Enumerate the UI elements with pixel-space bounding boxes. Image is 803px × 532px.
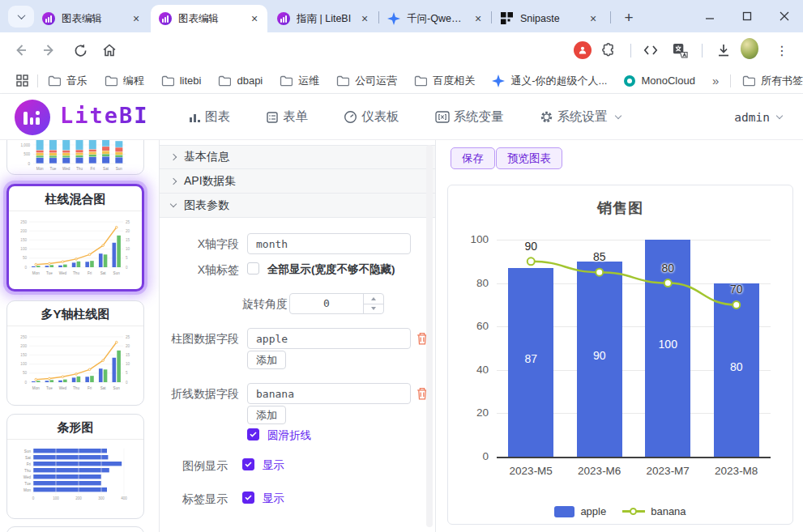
legend-item-banana[interactable]: banana xyxy=(622,505,686,517)
preview-chart-button[interactable]: 预览图表 xyxy=(496,147,562,169)
litebi-logo[interactable] xyxy=(15,100,50,135)
svg-text:250: 250 xyxy=(20,335,27,339)
editor-scrollbar[interactable] xyxy=(426,145,433,527)
bookmark-folder[interactable]: dbapi xyxy=(218,74,263,87)
bookmark-monocloud[interactable]: MonoCloud xyxy=(624,74,695,87)
chart-legend[interactable]: apple banana xyxy=(448,505,792,517)
home-button[interactable] xyxy=(100,41,118,59)
bookmarks-overflow-button[interactable]: » xyxy=(712,74,719,87)
line-field-input[interactable] xyxy=(247,383,411,404)
nav-dashboards[interactable]: 仪表板 xyxy=(344,109,399,126)
gauge-icon xyxy=(344,110,357,124)
tab-close-icon[interactable]: × xyxy=(472,12,485,25)
browser-tab-active[interactable]: 图表编辑 × xyxy=(151,5,267,32)
nav-forms[interactable]: 表单 xyxy=(266,109,308,126)
maximize-button[interactable] xyxy=(728,0,766,32)
bar-field-input[interactable] xyxy=(247,328,411,349)
chart-type-card-combo-selected[interactable]: 柱线混合图 2502001501005002520151050MonTueWed… xyxy=(6,184,144,292)
add-line-field-button[interactable]: 添加 xyxy=(247,406,286,424)
xtick: 2023-M6 xyxy=(566,465,634,477)
lineval: 85 xyxy=(587,250,613,263)
chart-type-card-partial[interactable] xyxy=(6,526,144,532)
apps-grid-icon[interactable] xyxy=(16,72,29,90)
step-up-icon[interactable] xyxy=(371,297,376,300)
svg-text:Sun: Sun xyxy=(113,271,121,275)
refresh-button[interactable] xyxy=(71,41,89,59)
value-label-show-checkbox[interactable] xyxy=(242,492,254,504)
svg-text:Fri: Fri xyxy=(27,462,31,466)
browser-tab[interactable]: 千问-Qwen最 × xyxy=(379,5,491,32)
tab-close-icon[interactable]: × xyxy=(248,12,261,25)
legend-show-checkbox[interactable] xyxy=(242,458,254,470)
svg-text:5: 5 xyxy=(126,256,128,260)
xtick: 2023-M7 xyxy=(634,465,703,477)
chart-plot-area: 0204060801008790100802023-M52023-M62023-… xyxy=(497,240,771,458)
svg-text:250: 250 xyxy=(20,220,27,224)
nav-system-variables[interactable]: 系统变量 xyxy=(435,109,504,126)
browser-tab[interactable]: 指南 | LiteBI × xyxy=(269,5,378,32)
browser-tab[interactable]: 图表编辑 × xyxy=(34,5,149,32)
x-field-input[interactable] xyxy=(247,233,411,254)
bookmark-folder[interactable]: 编程 xyxy=(105,74,144,88)
svg-text:Thu: Thu xyxy=(76,167,83,171)
smooth-line-checkbox[interactable] xyxy=(247,428,259,440)
rotate-angle-stepper[interactable]: 0 xyxy=(289,293,384,314)
svg-text:400: 400 xyxy=(121,496,127,500)
chart-type-card-stacked[interactable]: 1,0005000MonTueWedThuFriSatSun xyxy=(6,140,144,175)
x-label-option-text: 全部显示(宽度不够不隐藏) xyxy=(267,262,395,277)
section-chart-params[interactable]: 图表参数 xyxy=(160,194,435,218)
back-button[interactable] xyxy=(11,41,29,59)
save-button[interactable]: 保存 xyxy=(451,147,495,169)
chart-type-card-multi-y[interactable]: 多Y轴柱线图 2502001501005002520151050MonTueWe… xyxy=(6,300,144,406)
download-icon[interactable] xyxy=(715,41,733,59)
svg-text:0: 0 xyxy=(24,381,27,385)
brand-name[interactable]: LiteBI xyxy=(60,103,149,128)
svg-text:Tue: Tue xyxy=(24,482,31,486)
chart-type-title: 多Y轴柱线图 xyxy=(7,301,143,326)
minimize-button[interactable] xyxy=(691,0,728,32)
bookmark-folder[interactable]: 百度相关 xyxy=(414,74,475,88)
svg-text:Sun: Sun xyxy=(116,167,123,171)
chart-card: 销售图 0204060801008790100802023-M52023-M62… xyxy=(447,185,793,525)
bookmark-folder[interactable]: 公司运营 xyxy=(336,74,397,88)
extensions-puzzle-icon[interactable] xyxy=(600,41,617,59)
legend-item-apple[interactable]: apple xyxy=(554,505,606,517)
bookmark-folder[interactable]: litebi xyxy=(161,74,202,87)
bookmark-tongyi[interactable]: 通义-你的超级个人... xyxy=(492,74,607,88)
chart-type-card-hbar[interactable]: 条形图 SunSatFriThuWedTueMon0100200300400 xyxy=(6,414,144,519)
step-down-icon[interactable] xyxy=(371,307,376,310)
lineval: 90 xyxy=(518,240,544,253)
tab-close-icon[interactable]: × xyxy=(587,12,600,25)
svg-text:100: 100 xyxy=(20,362,27,366)
line-field-label: 折线数据字段 xyxy=(160,387,239,402)
all-bookmarks-button[interactable]: 所有书签 xyxy=(742,74,803,88)
user-menu[interactable]: admin xyxy=(734,94,782,140)
stepper-arrows[interactable] xyxy=(363,294,383,313)
tab-search-button[interactable] xyxy=(8,6,34,28)
browser-window: 图表编辑 × 图表编辑 × 指南 | LiteBI × 千问-Qwen最 × S… xyxy=(0,0,803,532)
new-tab-button[interactable]: + xyxy=(617,6,640,29)
browser-menu-icon[interactable]: ⋮ xyxy=(773,41,791,59)
bookmark-folder[interactable]: 音乐 xyxy=(48,74,88,88)
bookmark-folder[interactable]: 运维 xyxy=(280,74,319,88)
nav-system-settings[interactable]: 系统设置 xyxy=(540,109,621,126)
ytick: 80 xyxy=(456,276,489,291)
section-api-dataset[interactable]: API数据集 xyxy=(160,169,435,194)
window-close-button[interactable] xyxy=(766,0,803,32)
nav-charts[interactable]: 图表 xyxy=(188,109,230,126)
x-label-show-all-checkbox[interactable] xyxy=(247,262,259,275)
extension-badge-icon[interactable] xyxy=(574,41,592,59)
section-basic-info[interactable]: 基本信息 xyxy=(160,145,435,169)
lineval: 80 xyxy=(655,262,681,275)
profile-avatar[interactable] xyxy=(741,40,758,57)
forward-button[interactable] xyxy=(41,41,58,59)
chart-preview-panel: 保存 预览图表 销售图 0204060801008790100802023-M5… xyxy=(436,140,803,532)
browser-tab[interactable]: Snipaste × xyxy=(493,5,606,32)
tab-close-icon[interactable]: × xyxy=(358,12,371,25)
devtools-code-icon[interactable] xyxy=(642,41,660,59)
svg-text:0: 0 xyxy=(32,496,35,500)
add-bar-field-button[interactable]: 添加 xyxy=(247,351,286,369)
xtick: 2023-M5 xyxy=(497,465,566,477)
translate-icon[interactable] xyxy=(671,41,689,59)
tab-close-icon[interactable]: × xyxy=(130,12,143,25)
